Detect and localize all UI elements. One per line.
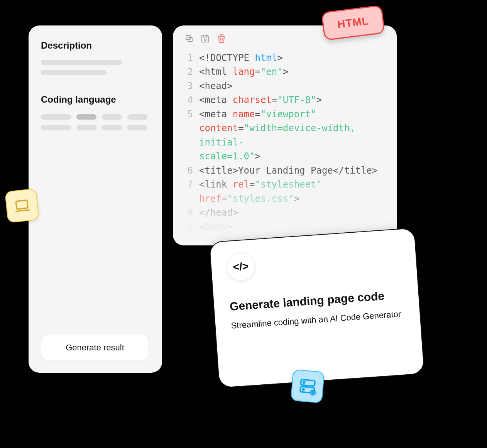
code-line: 4 <meta charset="UTF-8"> bbox=[184, 93, 386, 107]
line-number bbox=[184, 149, 199, 163]
code-content: <!DOCTYPE html> bbox=[199, 51, 386, 65]
language-option[interactable] bbox=[41, 114, 71, 120]
code-line: 1<!DOCTYPE html> bbox=[184, 51, 386, 65]
line-number: 4 bbox=[184, 93, 199, 107]
code-content: content="width=device-width, initial- bbox=[199, 121, 386, 149]
svg-line-1 bbox=[15, 210, 29, 211]
line-number: 2 bbox=[184, 65, 199, 79]
input-panel: Description Coding language Generate res… bbox=[29, 25, 162, 373]
code-line: content="width=device-width, initial- bbox=[184, 121, 386, 149]
feature-card[interactable]: </> Generate landing page code Streamlin… bbox=[209, 228, 424, 388]
svg-point-8 bbox=[303, 382, 305, 383]
placeholder-line bbox=[41, 60, 122, 65]
code-content: <head> bbox=[199, 79, 386, 93]
language-option[interactable] bbox=[76, 125, 96, 130]
line-number: 1 bbox=[184, 51, 199, 65]
code-icon-glyph: </> bbox=[233, 260, 249, 274]
code-line: 2<html lang="en"> bbox=[184, 65, 386, 79]
code-content: <meta name="viewport" bbox=[199, 107, 386, 121]
copy-button[interactable] bbox=[184, 33, 194, 44]
laptop-icon bbox=[5, 188, 39, 223]
language-option[interactable] bbox=[127, 114, 147, 120]
description-title: Description bbox=[41, 40, 150, 51]
line-number: 3 bbox=[184, 79, 199, 93]
line-number: 7 bbox=[184, 178, 199, 191]
language-option[interactable] bbox=[102, 125, 122, 130]
code-output-panel: 1<!DOCTYPE html>2<html lang="en">3<head>… bbox=[173, 25, 397, 245]
line-number bbox=[184, 121, 199, 149]
code-content: <link rel="stylesheet" bbox=[199, 178, 386, 191]
generate-result-button[interactable]: Generate result bbox=[41, 335, 149, 360]
language-options-row bbox=[41, 125, 150, 130]
code-line: 3<head> bbox=[184, 79, 386, 93]
line-number: 5 bbox=[184, 107, 199, 121]
code-content: href="styles.css"> bbox=[199, 192, 386, 206]
line-number: 9 bbox=[184, 220, 199, 234]
svg-rect-4 bbox=[203, 35, 206, 37]
code-content: scale=1.0"> bbox=[199, 149, 386, 163]
code-line: 5 <meta name="viewport" bbox=[184, 107, 386, 121]
svg-point-5 bbox=[205, 39, 206, 41]
language-title: Coding language bbox=[41, 94, 150, 105]
code-area: 1<!DOCTYPE html>2<html lang="en">3<head>… bbox=[184, 51, 386, 234]
save-button[interactable] bbox=[200, 33, 211, 44]
code-line: 6 <title>Your Landing Page</title> bbox=[184, 164, 386, 178]
language-option[interactable] bbox=[102, 114, 122, 120]
code-icon: </> bbox=[226, 252, 256, 282]
code-line: 8</head> bbox=[184, 206, 386, 220]
placeholder-line bbox=[41, 70, 107, 75]
code-content: </head> bbox=[199, 206, 386, 220]
line-number bbox=[184, 192, 199, 206]
code-line: 7 <link rel="stylesheet" bbox=[184, 178, 386, 191]
code-line: scale=1.0"> bbox=[184, 149, 386, 163]
code-line: href="styles.css"> bbox=[184, 192, 386, 206]
code-content: <meta charset="UTF-8"> bbox=[199, 93, 386, 107]
svg-point-9 bbox=[303, 389, 304, 390]
code-content: <html lang="en"> bbox=[199, 65, 386, 79]
language-option-selected[interactable] bbox=[76, 114, 96, 120]
language-option[interactable] bbox=[127, 125, 147, 130]
svg-rect-0 bbox=[16, 200, 28, 209]
code-content: <title>Your Landing Page</title> bbox=[199, 164, 386, 178]
language-options-row bbox=[41, 114, 150, 120]
delete-button[interactable] bbox=[216, 33, 227, 44]
language-option[interactable] bbox=[41, 125, 71, 130]
server-icon bbox=[291, 369, 325, 404]
line-number: 8 bbox=[184, 206, 199, 220]
line-number: 6 bbox=[184, 164, 199, 178]
